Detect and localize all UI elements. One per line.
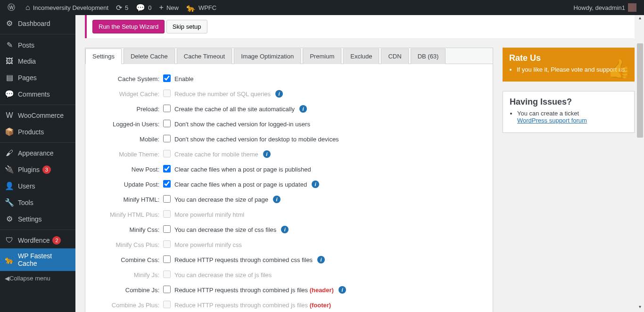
howdy-text: Howdy, devadmin1 [573,4,625,11]
woocommerce-icon: W [5,111,14,120]
updates-count: 5 [125,4,128,11]
tab-image-optimization[interactable]: Image Optimization [234,49,301,64]
option-desc: Create the cache of all the site automat… [173,106,295,113]
option-label: Combine Js Plus: [95,302,163,309]
sidebar-item-wpfc[interactable]: 🐆WP Fastest Cache [0,248,75,271]
sidebar-item-label: Pages [18,74,37,82]
option-row: New Post:Clear cache files when a post o… [95,164,483,174]
issues-title: Having Issues? [503,91,634,110]
option-checkbox-wrap [163,286,173,295]
option-checkbox[interactable] [163,120,171,127]
sidebar-item-products[interactable]: 📦Products [0,123,75,140]
badge: 2 [52,236,61,245]
sidebar-item-label: WP Fastest Cache [18,252,71,267]
sidebar-item-appearance[interactable]: 🖌Appearance [0,145,75,161]
sidebar-item-tools[interactable]: 🔧Tools [0,194,75,211]
wordpress-icon: ⓦ [8,3,15,13]
update-icon: ⟳ [116,3,122,12]
wp-logo[interactable]: ⓦ [4,0,22,15]
option-label: Update Post: [95,181,163,188]
collapse-label: Collapse menu [9,275,50,282]
users-icon: 👤 [5,181,14,190]
option-label: Minify Js: [95,271,163,279]
info-icon[interactable]: i [312,181,319,188]
tab-cache-timeout[interactable]: Cache Timeout [177,49,232,64]
option-label: Minify Css: [95,226,163,233]
option-label: Mobile Theme: [95,151,163,158]
option-desc: You can decrease the size of js files [173,271,272,279]
option-checkbox[interactable] [163,105,171,112]
scroll-down-arrow[interactable]: ▾ [636,304,644,312]
option-checkbox[interactable] [163,225,171,233]
scrollbar[interactable]: ▴ ▾ [636,15,644,312]
tab-premium[interactable]: Premium [303,49,341,64]
tab-cdn[interactable]: CDN [381,49,408,64]
run-setup-wizard-button[interactable]: Run the Setup Wizard [92,20,165,33]
sidebar-item-dashboard[interactable]: ⚙Dashboard [0,15,75,32]
option-checkbox[interactable] [163,165,171,172]
option-desc: Reduce HTTP requests through combined cs… [173,256,313,263]
account-link[interactable]: Howdy, devadmin1 [570,0,640,15]
info-icon[interactable]: i [299,105,307,113]
scroll-up-arrow[interactable]: ▴ [636,15,644,23]
tools-icon: 🔧 [5,198,14,207]
settings-form: Cache System:EnableWidget Cache:Reduce t… [85,64,493,312]
option-desc: You can decrease the size of css files [173,226,276,233]
option-desc: Clear cache files when a post or page is… [173,166,311,173]
option-row: Logged-in Users:Don't show the cached ve… [95,119,483,129]
option-checkbox[interactable] [163,195,171,203]
option-desc: You can decrease the size of page [173,196,268,203]
option-checkbox [163,90,171,97]
sidebar-item-posts[interactable]: ✎Posts [0,37,75,53]
sidebar-item-pages[interactable]: ▤Pages [0,69,75,86]
updates-link[interactable]: ⟳5 [112,0,132,15]
sidebar-item-settings[interactable]: ⚙Settings [0,211,75,227]
sidebar-item-label: Posts [18,41,34,49]
scroll-thumb[interactable] [637,43,643,138]
wordfence-icon: 🛡 [5,236,14,245]
info-icon[interactable]: i [317,256,325,263]
badge: 3 [42,165,51,174]
new-link[interactable]: +New [156,0,182,15]
option-desc: More powerful minify css [173,241,242,248]
option-checkbox[interactable] [163,286,171,293]
option-checkbox[interactable] [163,180,171,188]
option-checkbox[interactable] [163,135,171,142]
site-link[interactable]: ⌂Incomeversity Development [22,0,112,15]
tab-exclude[interactable]: Exclude [343,49,379,64]
option-row: Minify HTML Plus:More powerful minify ht… [95,209,483,220]
option-checkbox-wrap [163,74,173,83]
tab-db-63-[interactable]: DB (63) [411,49,446,64]
support-forum-link[interactable]: WordPress support forum [517,117,587,124]
option-desc: More powerful minify html [173,211,244,218]
tab-delete-cache[interactable]: Delete Cache [124,49,175,64]
info-icon[interactable]: i [275,90,283,98]
comments-link[interactable]: 💬0 [132,0,155,15]
collapse-menu[interactable]: ◀Collapse menu [0,271,75,286]
info-icon[interactable]: i [263,150,271,158]
tabs: SettingsDelete CacheCache TimeoutImage O… [85,48,493,64]
option-row: Minify Css:You can decrease the size of … [95,224,483,235]
info-icon[interactable]: i [339,286,346,294]
sidebar-item-media[interactable]: 🖼Media [0,53,75,69]
info-icon[interactable]: i [273,196,281,203]
comments-icon: 💬 [5,90,14,99]
skip-setup-button[interactable]: Skip setup [166,20,207,33]
avatar [628,3,636,12]
sidebar-item-comments[interactable]: 💬Comments [0,86,75,102]
sidebar-item-wordfence[interactable]: 🛡Wordfence2 [0,232,75,248]
option-checkbox-wrap [163,255,173,264]
sidebar-item-users[interactable]: 👤Users [0,178,75,194]
option-checkbox[interactable] [163,255,171,263]
option-row: Update Post:Clear cache files when a pos… [95,179,483,189]
info-icon[interactable]: i [281,226,289,233]
option-row: Cache System:Enable [95,74,483,84]
option-checkbox[interactable] [163,74,171,82]
option-row: Combine Css:Reduce HTTP requests through… [95,255,483,265]
option-desc: Reduce the number of SQL queries [173,90,271,98]
thumbs-up-icon: 👍 [607,57,631,80]
tab-settings[interactable]: Settings [85,49,122,64]
sidebar-item-woocommerce[interactable]: WWooCommerce [0,107,75,123]
wpfc-link[interactable]: 🐆WPFC [182,0,220,15]
sidebar-item-plugins[interactable]: 🔌Plugins3 [0,161,75,178]
